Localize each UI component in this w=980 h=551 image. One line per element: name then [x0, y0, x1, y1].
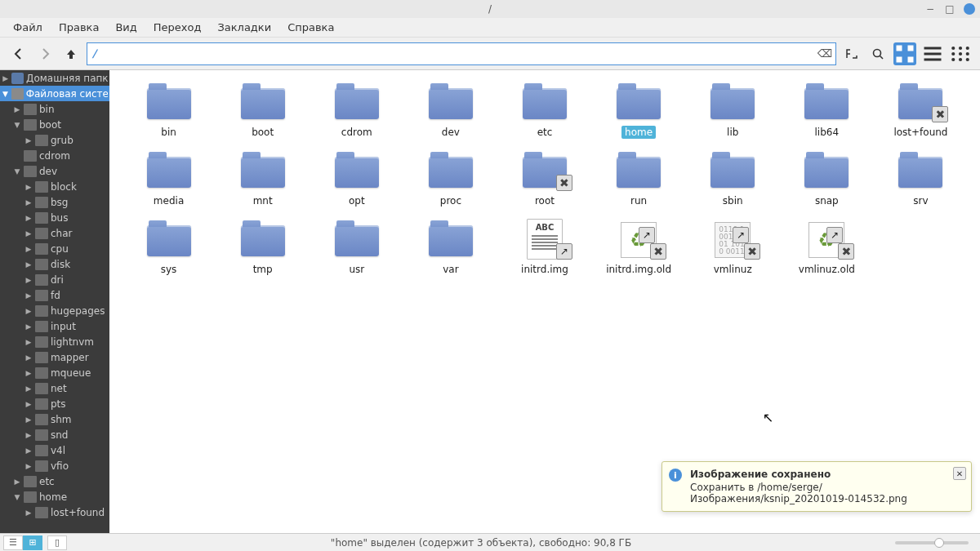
- tree-item-vfio[interactable]: vfio: [0, 458, 109, 473]
- expand-arrow-icon[interactable]: [24, 229, 33, 238]
- tree-item-etc[interactable]: etc: [0, 473, 109, 489]
- file-icon-media[interactable]: media: [124, 149, 213, 212]
- expand-arrow-icon[interactable]: [24, 338, 33, 346]
- tree-item-bsg[interactable]: bsg: [0, 194, 109, 210]
- path-input[interactable]: / ⌫: [87, 42, 836, 65]
- file-icon-dev[interactable]: dev: [406, 80, 495, 144]
- back-button[interactable]: [8, 43, 29, 64]
- tree-item-lightnvm[interactable]: lightnvm: [0, 334, 109, 349]
- tree-item-input[interactable]: input: [0, 318, 109, 334]
- file-icon-bin[interactable]: bin: [124, 80, 213, 144]
- zoom-slider[interactable]: [895, 541, 969, 544]
- expand-arrow-icon[interactable]: [24, 322, 33, 331]
- menu-закладки[interactable]: Закладки: [209, 19, 279, 36]
- menu-вид[interactable]: Вид: [107, 19, 145, 36]
- view-icons-button[interactable]: [893, 42, 916, 65]
- expand-arrow-icon[interactable]: [13, 478, 21, 486]
- file-icon-usr[interactable]: usr: [312, 217, 401, 281]
- tree-item-[interactable]: Файловая систем: [0, 86, 109, 101]
- file-icon-root[interactable]: ✖root: [500, 149, 589, 212]
- tree-item-disk[interactable]: disk: [0, 256, 109, 272]
- view-compact-button[interactable]: [949, 42, 972, 65]
- file-icon-var[interactable]: var: [406, 217, 495, 281]
- expand-arrow-icon[interactable]: [24, 415, 33, 424]
- file-icon-lib[interactable]: lib: [688, 80, 777, 144]
- tree-item-[interactable]: Домашняя папка: [0, 70, 109, 86]
- expand-arrow-icon[interactable]: [24, 447, 33, 455]
- file-icon-sbin[interactable]: sbin: [688, 149, 777, 212]
- window-close-button[interactable]: [964, 3, 975, 15]
- menu-переход[interactable]: Переход: [145, 19, 210, 36]
- tree-item-shm[interactable]: shm: [0, 411, 109, 427]
- terminal-button[interactable]: [841, 43, 862, 64]
- tree-item-hugepages[interactable]: hugepages: [0, 303, 109, 318]
- expand-arrow-icon[interactable]: [24, 353, 33, 362]
- file-icon-boot[interactable]: boot: [218, 80, 307, 144]
- tree-item-grub[interactable]: grub: [0, 132, 109, 148]
- tree-item-cdrom[interactable]: cdrom: [0, 148, 109, 163]
- expand-arrow-icon[interactable]: [13, 493, 21, 501]
- tree-item-block[interactable]: block: [0, 179, 109, 194]
- window-maximize-button[interactable]: □: [944, 3, 956, 15]
- file-icon-opt[interactable]: opt: [312, 149, 401, 212]
- expand-arrow-icon[interactable]: [24, 291, 33, 300]
- expand-arrow-icon[interactable]: [13, 121, 21, 129]
- file-icon-tmp[interactable]: tmp: [218, 217, 307, 281]
- tree-item-bus[interactable]: bus: [0, 210, 109, 225]
- expand-arrow-icon[interactable]: [24, 400, 33, 408]
- menu-правка[interactable]: Правка: [51, 19, 107, 36]
- tree-item-mqueue[interactable]: mqueue: [0, 365, 109, 380]
- forward-button[interactable]: [34, 43, 56, 64]
- expand-arrow-icon[interactable]: [24, 307, 33, 315]
- tree-item-fd[interactable]: fd: [0, 287, 109, 303]
- tree-item-dev[interactable]: dev: [0, 163, 109, 179]
- tree-item-boot[interactable]: boot: [0, 117, 109, 132]
- split-view-button[interactable]: ▯: [47, 535, 67, 550]
- file-icon-initrdimg[interactable]: ABC↗initrd.img: [500, 217, 589, 281]
- up-button[interactable]: [60, 43, 82, 64]
- tree-item-v4l[interactable]: v4l: [0, 442, 109, 458]
- expand-arrow-icon[interactable]: [24, 214, 33, 222]
- expand-arrow-icon[interactable]: [24, 245, 33, 253]
- places-pane-button[interactable]: ☰: [3, 535, 23, 550]
- expand-arrow-icon[interactable]: [13, 167, 21, 176]
- file-icon-lostfound[interactable]: ✖lost+found: [876, 80, 965, 144]
- tree-item-home[interactable]: home: [0, 489, 109, 504]
- file-icon-lib64[interactable]: lib64: [782, 80, 871, 144]
- expand-arrow-icon[interactable]: [24, 431, 33, 439]
- file-icon-sys[interactable]: sys: [124, 217, 213, 281]
- tree-item-dri[interactable]: dri: [0, 272, 109, 287]
- expand-arrow-icon[interactable]: [24, 136, 33, 144]
- expand-arrow-icon[interactable]: [13, 105, 21, 113]
- sidebar-tree[interactable]: Домашняя папкаФайловая системbinbootgrub…: [0, 70, 109, 533]
- icon-view[interactable]: binbootcdromdevetchomeliblib64✖lost+foun…: [109, 70, 980, 533]
- file-icon-etc[interactable]: etc: [500, 80, 589, 144]
- file-icon-home[interactable]: home: [595, 80, 684, 144]
- expand-arrow-icon[interactable]: [24, 462, 33, 470]
- file-icon-proc[interactable]: proc: [406, 149, 495, 212]
- expand-arrow-icon[interactable]: [24, 384, 33, 393]
- file-icon-mnt[interactable]: mnt: [218, 149, 307, 212]
- menu-файл[interactable]: Файл: [5, 19, 51, 36]
- tree-item-lostfound[interactable]: lost+found: [0, 504, 109, 520]
- expand-arrow-icon[interactable]: [2, 74, 9, 82]
- tree-item-char[interactable]: char: [0, 225, 109, 241]
- view-list-button[interactable]: [921, 42, 944, 65]
- tree-item-cpu[interactable]: cpu: [0, 241, 109, 256]
- file-icon-initrdimgold[interactable]: ♻↗✖initrd.img.old: [595, 217, 684, 281]
- file-icon-vmlinuz[interactable]: ↗✖vmlinuz: [688, 217, 777, 281]
- tree-item-pts[interactable]: pts: [0, 396, 109, 411]
- file-icon-vmlinuzold[interactable]: ♻↗✖vmlinuz.old: [782, 217, 871, 281]
- tree-item-net[interactable]: net: [0, 380, 109, 396]
- expand-arrow-icon[interactable]: [24, 276, 33, 284]
- tree-item-snd[interactable]: snd: [0, 427, 109, 442]
- tree-item-mapper[interactable]: mapper: [0, 349, 109, 365]
- expand-arrow-icon[interactable]: [24, 183, 33, 191]
- clear-path-icon[interactable]: ⌫: [817, 47, 831, 60]
- file-icon-snap[interactable]: snap: [782, 149, 871, 212]
- expand-arrow-icon[interactable]: [24, 369, 33, 377]
- file-icon-cdrom[interactable]: cdrom: [312, 80, 401, 144]
- window-minimize-button[interactable]: −: [924, 3, 936, 15]
- expand-arrow-icon[interactable]: [24, 198, 33, 207]
- file-icon-run[interactable]: run: [595, 149, 684, 212]
